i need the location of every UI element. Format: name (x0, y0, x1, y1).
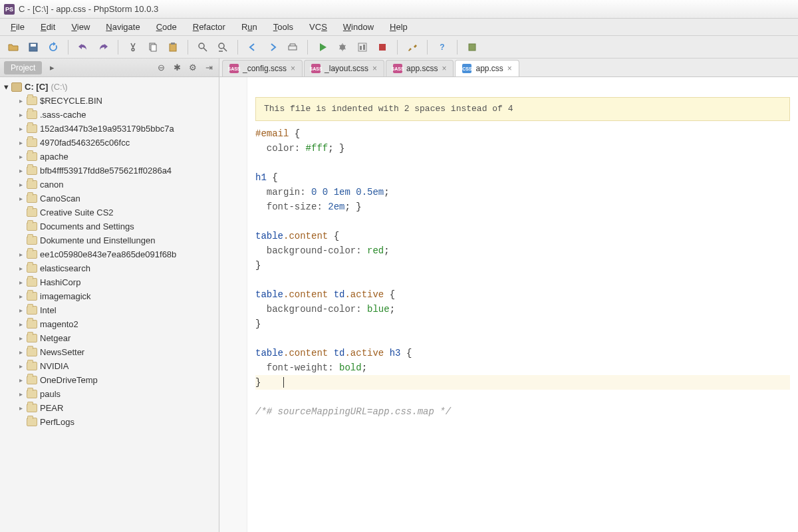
chevron-right-icon[interactable]: ▸ (17, 97, 24, 104)
chevron-right-icon[interactable]: ▸ (17, 321, 24, 328)
menu-view[interactable]: View (65, 20, 96, 34)
tree-item[interactable]: ▸NVIDIA (0, 359, 219, 373)
redo-icon[interactable] (95, 39, 111, 55)
replace-icon[interactable] (215, 39, 231, 55)
code-area[interactable]: This file is indented with 2 spaces inst… (219, 77, 798, 532)
close-icon[interactable]: × (442, 64, 446, 73)
editor-tab[interactable]: SASSapp.scss× (386, 60, 454, 76)
menu-code[interactable]: Code (150, 20, 184, 34)
menu-run[interactable]: Run (235, 20, 264, 34)
tree-item[interactable]: ▸Netgear (0, 331, 219, 345)
tree-item[interactable]: Documents and Settings (0, 219, 219, 233)
hide-icon[interactable]: ⇥ (203, 62, 215, 74)
tree-item-label: NVIDIA (40, 361, 68, 371)
chevron-right-icon[interactable]: ▸ (17, 293, 24, 300)
chevron-right-icon[interactable]: ▸ (17, 376, 24, 384)
tree-root[interactable]: ▾ C: [C] (C:\) (0, 80, 219, 94)
chevron-down-icon[interactable]: ▾ (4, 82, 9, 92)
chevron-right-icon[interactable]: ▸ (17, 348, 24, 356)
menu-tools[interactable]: Tools (267, 20, 300, 34)
close-icon[interactable]: × (507, 64, 512, 73)
paste-icon[interactable] (165, 39, 181, 55)
tree-item[interactable]: ▸imagemagick (0, 289, 219, 303)
svg-rect-4 (170, 44, 176, 51)
menu-help[interactable]: Help (383, 20, 414, 34)
open-icon[interactable] (5, 39, 21, 55)
tree-item[interactable]: ▸magento2 (0, 317, 219, 331)
tree-item[interactable]: ▸bfb4fff53917fdd8e575621ff0286a4 (0, 164, 219, 178)
tree-item[interactable]: ▸canon (0, 178, 219, 192)
plugin-icon[interactable] (464, 39, 480, 55)
editor-tab[interactable]: SASS_config.scss× (222, 60, 303, 76)
save-icon[interactable] (25, 39, 41, 55)
tabbar: SASS_config.scss×SASS_layout.scss×SASSap… (219, 59, 798, 77)
tree-item[interactable]: Dokumente und Einstellungen (0, 233, 219, 247)
tree-item[interactable]: ▸ee1c05980e843e7ea865de091f68b (0, 247, 219, 261)
svg-rect-13 (379, 44, 386, 51)
menu-navigate[interactable]: Navigate (99, 20, 146, 34)
coverage-icon[interactable] (354, 39, 370, 55)
run-icon[interactable] (315, 39, 331, 55)
collapse-icon[interactable]: ⊖ (155, 62, 167, 74)
chevron-right-icon[interactable]: ▸ (17, 404, 24, 412)
refresh-icon[interactable] (45, 39, 61, 55)
close-icon[interactable]: × (372, 64, 377, 73)
forward-icon[interactable] (265, 39, 281, 55)
back-icon[interactable] (245, 39, 261, 55)
tree-item[interactable]: ▸152ad3447b3e19a953179b5bbc7a (0, 122, 219, 136)
tree-item[interactable]: Creative Suite CS2 (0, 205, 219, 219)
chevron-right-icon[interactable]: ▸ (46, 62, 58, 74)
chevron-right-icon[interactable]: ▸ (17, 181, 24, 188)
chevron-right-icon[interactable]: ▸ (17, 390, 24, 398)
project-tab[interactable]: Project (4, 61, 42, 74)
target-icon[interactable]: ✱ (171, 62, 183, 74)
menu-file[interactable]: File (4, 20, 31, 34)
tree-item[interactable]: ▸Intel (0, 303, 219, 317)
debug-icon[interactable] (334, 39, 350, 55)
menu-refactor[interactable]: Refactor (186, 20, 232, 34)
editor-tab[interactable]: SASS_layout.scss× (304, 60, 384, 76)
help-icon[interactable]: ? (434, 39, 450, 55)
chevron-right-icon[interactable]: ▸ (17, 195, 24, 202)
chevron-right-icon[interactable]: ▸ (17, 334, 24, 342)
chevron-right-icon[interactable]: ▸ (17, 153, 24, 160)
build-icon[interactable] (285, 39, 301, 55)
project-tree[interactable]: ▾ C: [C] (C:\) ▸$RECYCLE.BIN▸.sass-cache… (0, 77, 219, 532)
chevron-right-icon[interactable]: ▸ (17, 251, 24, 258)
stop-icon[interactable] (374, 39, 390, 55)
tree-item[interactable]: ▸elasticsearch (0, 261, 219, 275)
tree-item[interactable]: ▸CanoScan (0, 192, 219, 205)
tree-item-label: 152ad3447b3e19a953179b5bbc7a (40, 124, 174, 134)
chevron-right-icon[interactable]: ▸ (17, 265, 24, 272)
close-icon[interactable]: × (291, 64, 295, 73)
tree-item[interactable]: ▸NewsSetter (0, 345, 219, 359)
code-content[interactable]: This file is indented with 2 spaces inst… (247, 77, 798, 532)
settings-icon[interactable] (404, 39, 420, 55)
undo-icon[interactable] (75, 39, 91, 55)
chevron-right-icon[interactable]: ▸ (17, 167, 24, 174)
copy-icon[interactable] (145, 39, 161, 55)
tree-item-label: Netgear (40, 333, 70, 343)
chevron-right-icon[interactable]: ▸ (17, 139, 24, 146)
gear-icon[interactable]: ⚙ (187, 62, 199, 74)
tree-item[interactable]: ▸pauls (0, 387, 219, 401)
find-icon[interactable] (195, 39, 211, 55)
tree-item[interactable]: PerfLogs (0, 415, 219, 429)
tree-item[interactable]: ▸PEAR (0, 401, 219, 415)
chevron-right-icon[interactable]: ▸ (17, 307, 24, 314)
menu-edit[interactable]: Edit (34, 20, 62, 34)
tree-item[interactable]: ▸.sass-cache (0, 108, 219, 122)
tree-item[interactable]: ▸OneDriveTemp (0, 373, 219, 387)
chevron-right-icon[interactable]: ▸ (17, 125, 24, 132)
tree-item[interactable]: ▸apache (0, 150, 219, 164)
menu-window[interactable]: Window (336, 20, 380, 34)
tree-item[interactable]: ▸4970fad5463265c06fcc (0, 136, 219, 150)
chevron-right-icon[interactable]: ▸ (17, 111, 24, 118)
cut-icon[interactable] (125, 39, 141, 55)
menu-vcs[interactable]: VCS (303, 20, 334, 34)
chevron-right-icon[interactable]: ▸ (17, 362, 24, 370)
tree-item[interactable]: ▸HashiCorp (0, 275, 219, 289)
chevron-right-icon[interactable]: ▸ (17, 279, 24, 286)
editor-tab[interactable]: CSSapp.css× (455, 60, 519, 76)
tree-item[interactable]: ▸$RECYCLE.BIN (0, 94, 219, 108)
